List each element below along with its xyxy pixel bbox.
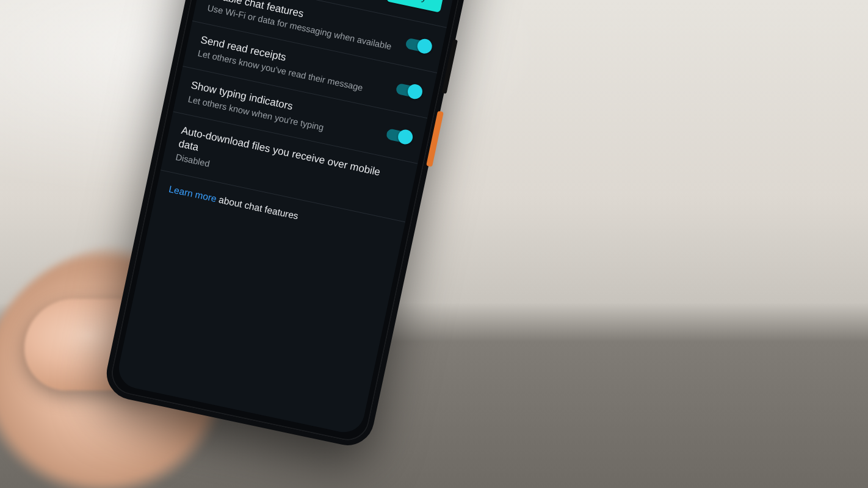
toggle-enable-chat-features[interactable] bbox=[405, 37, 431, 53]
phone-wrapper: 5:28 5Gᴇ 91% Chat fe bbox=[178, 154, 559, 488]
toggle-read-receipts[interactable] bbox=[396, 83, 422, 99]
retry-button[interactable]: Retry bbox=[386, 0, 444, 13]
learn-more-rest: about chat features bbox=[215, 193, 300, 221]
learn-more-link[interactable]: Learn more bbox=[168, 184, 217, 204]
toggle-typing-indicators[interactable] bbox=[386, 128, 412, 144]
